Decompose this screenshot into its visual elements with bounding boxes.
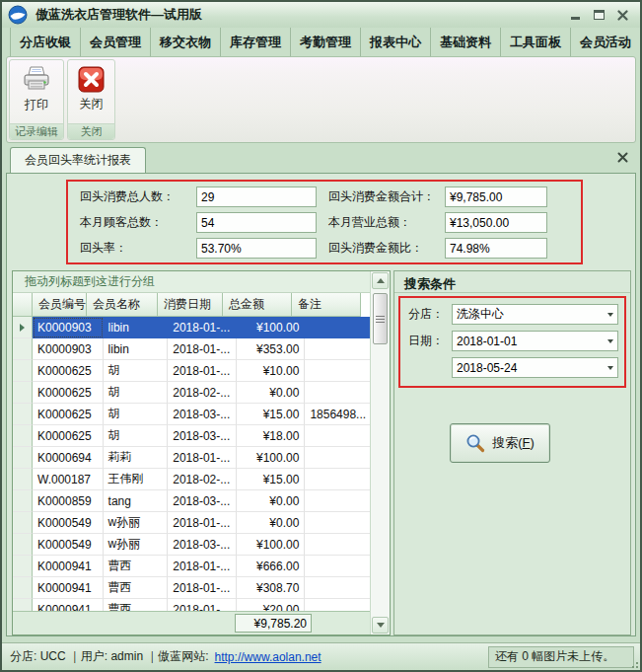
table-row[interactable]: K0000625 胡 2018-01-... ¥10.00 [13,360,370,382]
row-indicator-cell [13,490,33,512]
cell-member-name: w孙丽 [104,534,169,556]
cell-note [305,360,370,382]
stat-value-box[interactable]: 53.70% [196,238,317,259]
upload-status-text: 还有 0 幅图片未上传。 [495,648,614,665]
ribbon-tab[interactable]: 会员管理 [81,28,151,56]
stat-value-box[interactable]: 54 [196,212,317,233]
stat-label: 回头消费金额比： [328,240,445,257]
cell-amount: ¥20.00 [237,599,306,611]
ribbon-group-caption: 记录编辑 [10,123,63,139]
table-row[interactable]: K0000694 莉莉 2018-01-... ¥100.00 [13,447,370,469]
table-body[interactable]: K0000903 libin 2018-01-... ¥100.00 K0000… [13,317,370,611]
stat-value-box[interactable]: ¥9,785.00 [445,187,547,207]
cell-amount: ¥0.00 [237,512,306,534]
cell-amount: ¥10.00 [237,360,306,382]
table-header-row: 会员编号 会员名称 消费日期 总金额 备注 [13,293,370,317]
cell-member-id: K0000941 [33,556,104,577]
table-row[interactable]: K0000859 tang 2018-03-... ¥0.00 [13,490,370,512]
cell-member-name: 胡 [104,382,169,404]
cell-member-id: K0000859 [33,490,104,512]
summary-stats-box: 回头消费总人数： 29 回头消费金额合计： ¥9,785.00 本月顾客总数： … [66,180,583,264]
stat-value-box[interactable]: 29 [196,187,317,207]
cell-member-id: K0000941 [33,577,104,599]
date-label: 日期： [408,333,452,349]
ribbon-tab[interactable]: 会员活动 [571,28,641,56]
row-indicator-cell [13,425,33,447]
arrow-up-icon [377,278,385,283]
maximize-button[interactable] [591,8,606,22]
column-header[interactable]: 会员名称 [87,293,158,317]
cell-date: 2018-01-... [168,317,237,338]
cell-date: 2018-03-... [168,404,237,425]
close-report-button[interactable]: 关闭 [72,62,110,114]
cell-date: 2018-02-... [168,469,237,490]
ribbon-tab[interactable]: 库存管理 [221,28,291,56]
scroll-down-button[interactable] [372,617,389,634]
upload-status-badge: 还有 0 幅图片未上传。 [488,646,634,668]
maximize-icon [594,10,605,20]
cell-member-id: K0000903 [33,338,104,360]
cell-note [305,512,370,534]
website-link[interactable]: http://www.aolan.net [215,650,321,664]
cell-member-name: tang [104,490,169,512]
row-indicator-cell [13,317,33,338]
stat-value-box[interactable]: ¥13,050.00 [445,212,547,233]
tab-member-return-report[interactable]: 会员回头率统计报表 [10,147,146,173]
cell-date: 2018-01-... [168,447,237,469]
minimize-icon [571,17,580,20]
title-bar: 傲蓝洗衣店管理软件—试用版 [2,2,640,28]
table-row[interactable]: K0000625 胡 2018-03-... ¥15.00 1856498... [13,404,370,425]
table-row[interactable]: W.000187 王伟刚 2018-02-... ¥15.00 [13,469,370,490]
ribbon-tab-label: 移交衣物 [160,34,211,51]
column-header[interactable]: 会员编号 [33,293,87,317]
resize-grip[interactable] [629,659,639,669]
ribbon-tab[interactable]: 移交衣物 [151,28,221,56]
stat-value-box[interactable]: 74.98% [445,238,547,259]
column-header[interactable]: 消费日期 [158,293,223,317]
scrollbar-thumb[interactable] [373,293,388,344]
ribbon-tab[interactable]: 基础资料 [431,28,501,56]
close-window-button[interactable] [614,8,630,22]
ribbon-tab-label: 会员管理 [90,34,141,51]
scroll-up-button[interactable] [372,272,389,289]
red-close-icon [78,66,105,93]
cell-member-id: K0000625 [33,425,104,447]
table-row[interactable]: K0000625 胡 2018-03-... ¥18.00 [13,425,370,447]
cell-member-id: K0000903 [33,317,104,338]
ribbon-tab[interactable]: 工具面板 [501,28,571,56]
chevron-down-icon [607,313,613,317]
table-row[interactable]: K0000903 libin 2018-01-... ¥100.00 [13,317,370,338]
cell-date: 2018-01-... [168,577,237,599]
cell-amount: ¥353.00 [237,338,306,360]
date-to-select[interactable]: 2018-05-24 [452,357,618,378]
status-bar: 分店: UCC ｜用户: admin ｜傲蓝网站: http://www.aol… [2,642,640,670]
close-tab-button[interactable] [617,149,628,167]
vertical-scrollbar[interactable] [370,271,390,635]
cell-amount: ¥666.00 [237,556,306,577]
stat-label: 本月营业总额： [328,214,445,231]
cell-amount: ¥308.70 [237,577,306,599]
table-row[interactable]: K0000903 libin 2018-01-... ¥353.00 [13,338,370,360]
ribbon-panel: 打印 记录编辑 关闭 关闭 [6,56,636,143]
ribbon-tab[interactable]: 考勤管理 [291,28,361,56]
branch-select-value: 洗涤中心 [457,306,604,323]
indicator-header-cell [13,293,33,317]
table-row[interactable]: K0000941 曹西 2018-01-... ¥308.70 [13,577,370,599]
table-row[interactable]: K0000549 w孙丽 2018-03-... ¥100.00 [13,534,370,556]
row-indicator-cell [13,577,33,599]
table-row[interactable]: K0000941 曹西 2018-01- ¥20.00 [13,599,370,611]
branch-select[interactable]: 洗涤中心 [452,304,618,325]
print-button[interactable]: 打印 [16,62,57,115]
cell-date: 2018-03-... [168,534,237,556]
table-row[interactable]: K0000625 胡 2018-02-... ¥0.00 [13,382,370,404]
minimize-button[interactable] [567,8,583,22]
table-row[interactable]: K0000549 w孙丽 2018-01-... ¥0.00 [13,512,370,534]
table-row[interactable]: K0000941 曹西 2018-01-... ¥666.00 [13,556,370,577]
ribbon-tab[interactable]: 分店收银 [10,28,81,56]
ribbon-tab-label: 基础资料 [440,34,491,51]
date-from-select[interactable]: 2018-01-01 [452,331,618,351]
column-header[interactable]: 备注 [292,293,361,317]
search-button[interactable]: 搜索(F) [450,423,550,463]
ribbon-tab[interactable]: 报表中心 [361,28,431,56]
column-header[interactable]: 总金额 [223,293,292,317]
